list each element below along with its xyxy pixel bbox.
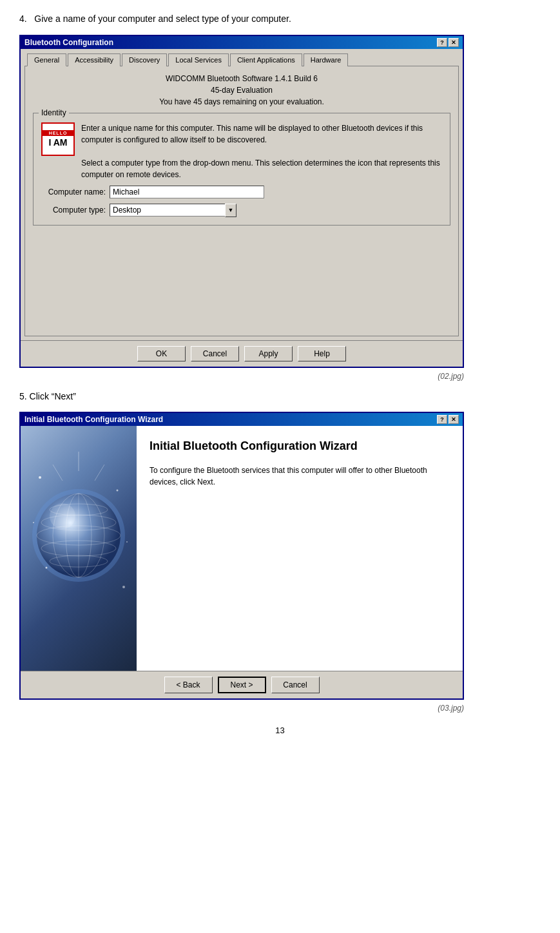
tab-content-general: WIDCOMM Bluetooth Software 1.4.1 Build 6…	[24, 66, 459, 336]
dialog-titlebar: Bluetooth Configuration ? ✕	[21, 36, 463, 49]
tab-hardware[interactable]: Hardware	[304, 53, 349, 66]
wizard-close-button[interactable]: ✕	[449, 415, 459, 424]
wizard-dialog: Initial Bluetooth Configuration Wizard ?…	[19, 412, 464, 700]
svg-point-12	[117, 490, 119, 492]
svg-point-10	[50, 503, 75, 529]
step4-instruction: 4. Give a name of your computer and sele…	[19, 13, 541, 26]
wizard-body-text: To configure the Bluetooth services that…	[150, 465, 450, 488]
back-button[interactable]: < Back	[164, 677, 213, 693]
tab-client-applications[interactable]: Client Applications	[230, 53, 302, 66]
computer-type-row: Computer type: Desktop Laptop Server ▼	[41, 204, 442, 217]
apply-button[interactable]: Apply	[244, 346, 293, 361]
tab-accessibility[interactable]: Accessibility	[68, 53, 121, 66]
ok-button[interactable]: OK	[137, 346, 186, 361]
hello-badge: HELLO I AM	[41, 122, 75, 156]
tab-bar: General Accessibility Discovery Local Se…	[24, 53, 459, 66]
wizard-titlebar-controls: ? ✕	[437, 415, 459, 424]
page-number: 13	[19, 726, 541, 735]
identity-content: HELLO I AM Enter a unique name for this …	[41, 122, 442, 180]
identity-text1: Enter a unique name for this computer. T…	[81, 122, 442, 146]
svg-line-18	[95, 465, 104, 481]
identity-text2: Select a computer type from the drop-dow…	[81, 157, 442, 180]
svg-point-14	[122, 586, 125, 588]
computer-type-select[interactable]: Desktop Laptop Server	[110, 204, 226, 216]
wizard-right-panel: Initial Bluetooth Configuration Wizard T…	[137, 426, 463, 671]
svg-point-13	[46, 567, 48, 569]
identity-legend: Identity	[39, 108, 69, 117]
step5-instruction: 5. Click “Next”	[19, 390, 541, 403]
identity-groupbox: Identity HELLO I AM Enter a unique name …	[33, 113, 450, 226]
next-button[interactable]: Next >	[218, 677, 266, 693]
hello-text: HELLO	[43, 130, 73, 136]
wizard-help-button[interactable]: ?	[437, 415, 447, 424]
wizard-cancel-button[interactable]: Cancel	[271, 677, 320, 693]
software-info: WIDCOMM Bluetooth Software 1.4.1 Build 6…	[33, 74, 450, 106]
titlebar-controls: ? ✕	[437, 38, 459, 47]
wizard-dialog-title: Initial Bluetooth Configuration Wizard	[24, 415, 163, 424]
software-line3: You have 45 days remaining on your evalu…	[33, 97, 450, 106]
tab-discovery[interactable]: Discovery	[122, 53, 167, 66]
wizard-titlebar: Initial Bluetooth Configuration Wizard ?…	[21, 413, 463, 426]
identity-description: Enter a unique name for this computer. T…	[81, 122, 442, 180]
cancel-button[interactable]: Cancel	[191, 346, 239, 361]
wizard-buttons: < Back Next > Cancel	[21, 671, 463, 698]
globe-illustration	[27, 439, 130, 632]
wizard-body: Initial Bluetooth Configuration Wizard T…	[21, 426, 463, 671]
select-arrow-icon[interactable]: ▼	[225, 204, 237, 217]
software-line2: 45-day Evaluation	[33, 86, 450, 95]
computer-type-wrapper: Desktop Laptop Server ▼	[110, 204, 237, 217]
dialog-title: Bluetooth Configuration	[24, 38, 113, 47]
svg-point-16	[126, 541, 128, 543]
close-button[interactable]: ✕	[449, 38, 459, 47]
wizard-title-text: Initial Bluetooth Configuration Wizard	[150, 439, 450, 454]
iam-text: I AM	[48, 137, 67, 148]
dialog-buttons: OK Cancel Apply Help	[21, 340, 463, 367]
help-dialog-button[interactable]: Help	[298, 346, 346, 361]
computer-name-label: Computer name:	[41, 188, 106, 197]
svg-line-19	[53, 465, 63, 481]
computer-name-input[interactable]	[110, 186, 264, 198]
file-label-02: (02.jpg)	[19, 372, 464, 381]
svg-point-11	[39, 476, 41, 479]
file-label-03: (03.jpg)	[19, 704, 464, 713]
tab-general[interactable]: General	[27, 53, 66, 66]
svg-point-15	[33, 522, 34, 523]
wizard-left-panel	[21, 426, 137, 671]
dialog-body: General Accessibility Discovery Local Se…	[21, 49, 463, 340]
computer-name-row: Computer name:	[41, 186, 442, 198]
help-button[interactable]: ?	[437, 38, 447, 47]
software-line1: WIDCOMM Bluetooth Software 1.4.1 Build 6	[33, 74, 450, 83]
tab-local-services[interactable]: Local Services	[168, 53, 229, 66]
bluetooth-config-dialog: Bluetooth Configuration ? ✕ General Acce…	[19, 35, 464, 368]
computer-type-label: Computer type:	[41, 206, 106, 215]
